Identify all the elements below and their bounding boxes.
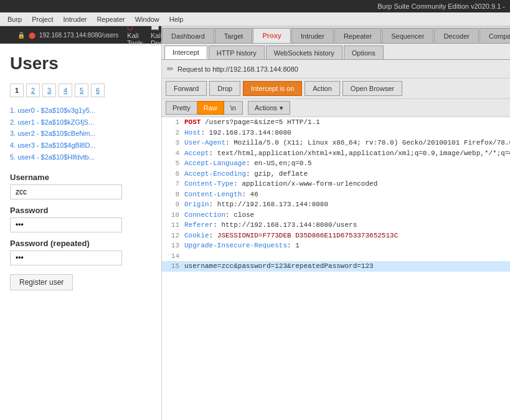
line-number: 12 bbox=[164, 231, 179, 241]
open-browser-button[interactable]: Open Browser bbox=[342, 81, 402, 96]
dropdown-chevron-icon: ▾ bbox=[280, 104, 283, 112]
user-item-2: 3. user2 - $2a$10$cBeNm... bbox=[10, 128, 151, 140]
tab-dashboard[interactable]: Dashboard bbox=[162, 28, 214, 43]
username-label: Username bbox=[10, 173, 151, 182]
http-line: 3User-Agent: Mozilla/5.0 (X11; Linux x86… bbox=[162, 138, 510, 148]
sub-tab-http-history[interactable]: HTTP history bbox=[209, 45, 265, 59]
tab-decoder[interactable]: Decoder bbox=[434, 28, 479, 43]
line-content: Host: 192.168.173.144:8080 bbox=[184, 128, 291, 138]
line-number: 10 bbox=[164, 210, 179, 221]
lock-icon: 🔒 bbox=[17, 32, 25, 39]
forward-button[interactable]: Forward bbox=[166, 81, 207, 96]
tab-intruder[interactable]: Intruder bbox=[291, 28, 334, 43]
line-content: Accept-Encoding: gzip, deflate bbox=[184, 169, 308, 179]
line-number: 8 bbox=[164, 189, 179, 200]
actions-dropdown[interactable]: Actions ▾ bbox=[248, 101, 290, 115]
line-content: Upgrade-Insecure-Requests: 1 bbox=[184, 241, 300, 251]
line-number: 2 bbox=[164, 128, 179, 138]
http-line: 13Upgrade-Insecure-Requests: 1 bbox=[162, 241, 510, 251]
action-button[interactable]: Action bbox=[305, 81, 340, 96]
http-content: 1POST /users?page=&size=5 HTTP/1.12Host:… bbox=[162, 117, 510, 420]
http-line: 11Referer: http://192.168.173.144:8080/u… bbox=[162, 220, 510, 231]
menu-window[interactable]: Window bbox=[130, 14, 164, 24]
kali-docs-icon: 📖 bbox=[151, 26, 159, 31]
line-number: 3 bbox=[164, 138, 179, 148]
line-content: Cookie: JSESSIONID=F773DEB D35D866E11D67… bbox=[184, 231, 398, 241]
password-repeat-input[interactable] bbox=[10, 251, 122, 265]
view-tab-newline[interactable]: \n bbox=[224, 101, 243, 115]
line-number: 14 bbox=[164, 251, 179, 262]
line-content: Accept: text/html,application/xhtml+xml,… bbox=[184, 148, 510, 159]
pagination: 1 2 3 4 5 6 bbox=[10, 84, 151, 97]
view-tab-pretty[interactable]: Pretty bbox=[166, 101, 197, 115]
user-item-1: 2. user1 - $2a$10$kZGfjS... bbox=[10, 117, 151, 128]
http-line: 2Host: 192.168.173.144:8080 bbox=[162, 128, 510, 138]
kali-tools-icon: ⬡ bbox=[127, 26, 133, 31]
http-line: 8Content-Length: 46 bbox=[162, 189, 510, 200]
page-btn-3[interactable]: 3 bbox=[42, 84, 56, 97]
menu-intruder[interactable]: Intruder bbox=[59, 14, 92, 24]
http-line: 6Accept-Encoding: gzip, deflate bbox=[162, 169, 510, 179]
line-content: Referer: http://192.168.173.144:8080/use… bbox=[184, 220, 357, 231]
line-number: 7 bbox=[164, 179, 179, 189]
view-tab-bar: Pretty Raw \n Actions ▾ bbox=[162, 99, 510, 117]
main-layout: 🔒 ⬤ 192.168.173.144:8080/users ⬡ Kali To… bbox=[0, 26, 510, 420]
page-title: Users bbox=[10, 54, 151, 74]
menu-burp[interactable]: Burp bbox=[2, 14, 27, 24]
line-content: Connection: close bbox=[184, 210, 254, 221]
line-content: Accept-Language: en-US,en;q=0.5 bbox=[184, 158, 312, 169]
page-btn-6[interactable]: 6 bbox=[91, 84, 105, 97]
right-panel: Dashboard Target Proxy Intruder Repeater… bbox=[162, 26, 510, 420]
username-input[interactable] bbox=[10, 184, 122, 199]
view-tab-raw[interactable]: Raw bbox=[197, 101, 224, 115]
tab-repeater[interactable]: Repeater bbox=[334, 28, 381, 43]
tab-comparer[interactable]: Comparer bbox=[479, 28, 510, 43]
http-line: 1POST /users?page=&size=5 HTTP/1.1 bbox=[162, 117, 510, 128]
menu-bar: Burp Project Intruder Repeater Window He… bbox=[0, 12, 510, 26]
line-content: Content-Length: 46 bbox=[184, 189, 258, 200]
tab-target[interactable]: Target bbox=[215, 28, 253, 43]
menu-repeater[interactable]: Repeater bbox=[92, 14, 130, 24]
actions-label: Actions bbox=[255, 104, 277, 112]
password-label: Password bbox=[10, 206, 151, 215]
line-content: POST /users?page=&size=5 HTTP/1.1 bbox=[184, 117, 320, 128]
http-line: 4Accept: text/html,application/xhtml+xml… bbox=[162, 148, 510, 159]
line-number: 4 bbox=[164, 148, 179, 159]
line-number: 15 bbox=[164, 261, 179, 272]
user-item-0: 1. user0 - $2a$10$v3g1y5... bbox=[10, 105, 151, 117]
intercept-toggle-button[interactable]: Intercept is on bbox=[243, 81, 302, 96]
main-tab-bar: Dashboard Target Proxy Intruder Repeater… bbox=[162, 26, 510, 44]
tab-proxy[interactable]: Proxy bbox=[253, 28, 291, 43]
menu-help[interactable]: Help bbox=[164, 14, 189, 24]
password-input[interactable] bbox=[10, 217, 122, 232]
request-url: Request to http://192.168.173.144:8080 bbox=[177, 65, 298, 73]
line-content: username=zcc&password=123&repeatedPasswo… bbox=[184, 261, 374, 272]
page-btn-1[interactable]: 1 bbox=[10, 84, 24, 97]
page-btn-4[interactable]: 4 bbox=[59, 84, 72, 97]
page-btn-5[interactable]: 5 bbox=[75, 84, 88, 97]
nav-bar: 🔒 ⬤ 192.168.173.144:8080/users ⬡ Kali To… bbox=[0, 26, 161, 44]
http-line: 15username=zcc&password=123&repeatedPass… bbox=[162, 261, 510, 272]
register-form: Username Password Password (repeated) Re… bbox=[10, 173, 151, 290]
line-number: 1 bbox=[164, 117, 179, 128]
line-number: 13 bbox=[164, 241, 179, 251]
left-panel: 🔒 ⬤ 192.168.173.144:8080/users ⬡ Kali To… bbox=[0, 26, 162, 420]
sub-tab-websockets[interactable]: WebSockets history bbox=[266, 45, 342, 59]
http-line: 14 bbox=[162, 251, 510, 262]
sub-tab-bar: Intercept HTTP history WebSockets histor… bbox=[162, 44, 510, 60]
menu-project[interactable]: Project bbox=[27, 14, 58, 24]
register-button[interactable]: Register user bbox=[10, 274, 73, 290]
line-content: User-Agent: Mozilla/5.0 (X11; Linux x86_… bbox=[184, 138, 510, 148]
http-line: 10Connection: close bbox=[162, 210, 510, 221]
drop-button[interactable]: Drop bbox=[209, 81, 240, 96]
user-item-4: 5. user4 - $2a$10$Hlfdvtb... bbox=[10, 151, 151, 163]
line-number: 11 bbox=[164, 220, 179, 231]
page-btn-2[interactable]: 2 bbox=[26, 84, 40, 97]
line-number: 9 bbox=[164, 199, 179, 210]
http-line: 12Cookie: JSESSIONID=F773DEB D35D866E11D… bbox=[162, 231, 510, 241]
sub-tab-options[interactable]: Options bbox=[344, 45, 384, 59]
sub-tab-intercept[interactable]: Intercept bbox=[164, 45, 207, 59]
page-content: Users 1 2 3 4 5 6 1. user0 - $2a$10$v3g1… bbox=[0, 44, 161, 300]
tab-sequencer[interactable]: Sequencer bbox=[382, 28, 433, 43]
action-buttons-bar: Forward Drop Intercept is on Action Open… bbox=[162, 79, 510, 99]
